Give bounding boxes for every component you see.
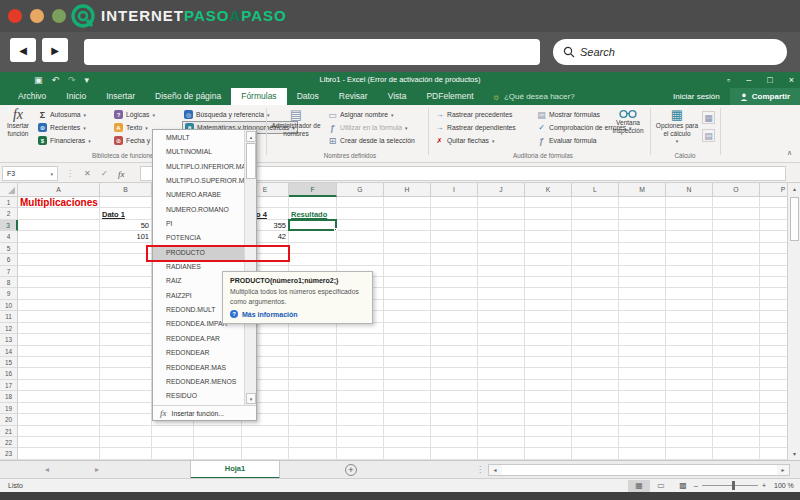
row-header-4[interactable]: 4 [0,231,18,242]
cell-b3[interactable]: 50 [102,220,149,231]
row-header-9[interactable]: 9 [0,288,18,299]
search-field[interactable]: Search [553,39,787,65]
cell-b2[interactable]: Dato 1 [102,208,125,219]
define-name-button[interactable]: ▭Asignar nombre▾ [326,108,417,121]
page-break-view-icon[interactable]: ▩ [672,480,694,492]
ribbon-tab-f-rmulas[interactable]: Fórmulas [231,88,286,105]
function-item-multiplo-inferior-mat[interactable]: MULTIPLO.INFERIOR.MAT [153,160,244,174]
calculation-options-button[interactable]: ▦ Opciones para el cálculo ▾ [654,107,700,145]
row-header-17[interactable]: 17 [0,380,18,391]
scroll-up-icon[interactable]: ▴ [788,183,800,195]
row-header-22[interactable]: 22 [0,437,18,448]
column-header-j[interactable]: J [478,183,525,197]
sheet-prev-icon[interactable]: ◂ [45,461,49,479]
horizontal-scroll-thumb[interactable] [502,465,777,475]
row-header-6[interactable]: 6 [0,254,18,265]
dropdown-scroll-thumb[interactable] [246,143,256,179]
vertical-scrollbar[interactable]: ▴ ▾ [787,183,800,460]
row-header-23[interactable]: 23 [0,448,18,459]
sheet-next-icon[interactable]: ▸ [95,461,99,479]
function-item-numero-romano[interactable]: NUMERO.ROMANO [153,203,244,217]
function-item-redondea-par[interactable]: REDONDEA.PAR [153,332,244,346]
column-header-i[interactable]: I [431,183,478,197]
row-header-16[interactable]: 16 [0,368,18,379]
recent-functions-button[interactable]: ⊙Recientes▾ [36,121,93,134]
cell-a1[interactable]: Multiplicaciones [20,197,98,208]
selected-cell-f3[interactable] [288,219,337,231]
collapse-ribbon-icon[interactable]: ∧ [787,149,792,157]
name-manager-button[interactable]: ▤ Administrador de nombres [270,107,322,138]
calculate-sheet-button[interactable]: ▤ [702,129,715,142]
row-header-7[interactable]: 7 [0,266,18,277]
select-all-corner[interactable] [0,183,18,197]
column-header-n[interactable]: N [666,183,713,197]
function-item-pi[interactable]: PI [153,217,244,231]
row-header-5[interactable]: 5 [0,243,18,254]
trace-dependents-button[interactable]: →Rastrear dependientes [433,121,518,134]
forward-button[interactable]: ▶ [42,38,68,62]
ribbon-tab-pdfelement[interactable]: PDFelement [416,88,483,105]
function-item-residuo[interactable]: RESIDUO [153,389,244,403]
column-header-h[interactable]: H [384,183,431,197]
enter-icon[interactable]: ✓ [101,166,108,181]
normal-view-icon[interactable]: ▦ [628,480,650,492]
ribbon-tab-inicio[interactable]: Inicio [56,88,96,105]
cancel-icon[interactable]: ✕ [84,166,91,181]
cell-b4[interactable]: 101 [102,231,149,242]
window-dot-minimize-icon[interactable] [30,9,44,23]
ribbon-tab-dise-o-de-p-gina[interactable]: Diseño de página [145,88,231,105]
row-header-14[interactable]: 14 [0,346,18,357]
insert-function-button[interactable]: fx Insertar función [2,107,34,138]
create-from-selection-button[interactable]: ⊞Crear desde la selección [326,134,417,147]
restore-icon[interactable]: □ [767,75,772,85]
ribbon-display-options-icon[interactable]: ▫ [727,75,730,85]
zoom-slider[interactable] [702,485,758,486]
vertical-scroll-thumb[interactable] [790,197,799,241]
scroll-right-icon[interactable]: ▸ [777,465,789,475]
row-header-11[interactable]: 11 [0,311,18,322]
row-header-12[interactable]: 12 [0,323,18,334]
sign-in-button[interactable]: Iniciar sesión [663,92,730,101]
function-item-mmult[interactable]: MMULT [153,131,244,145]
ribbon-tab-insertar[interactable]: Insertar [96,88,145,105]
insert-function-fx-icon[interactable]: fx [118,166,125,181]
row-header-3[interactable]: 3 [0,220,18,231]
logical-button[interactable]: ?Lógicas▾ [112,108,173,121]
function-item-multiplo-superior-mat[interactable]: MULTIPLO.SUPERIOR.MAT [153,174,244,188]
column-header-a[interactable]: A [18,183,100,197]
window-dot-close-icon[interactable] [8,9,22,23]
more-info-link[interactable]: Más información [242,311,298,318]
sheet-tab-hoja1[interactable]: Hoja1 [190,461,280,479]
scroll-down-icon[interactable]: ▾ [246,393,256,404]
remove-arrows-button[interactable]: ✗Quitar flechas▾ [433,134,518,147]
zoom-out-icon[interactable]: – [694,482,698,489]
ribbon-tab-vista[interactable]: Vista [378,88,417,105]
row-header-1[interactable]: 1 [0,197,18,208]
autosum-button[interactable]: ΣAutosuma▾ [36,108,93,121]
horizontal-scrollbar[interactable]: ◂ ▸ [488,464,790,476]
scroll-up-icon[interactable]: ▴ [246,131,256,142]
row-header-8[interactable]: 8 [0,277,18,288]
fill-handle[interactable] [334,228,337,231]
use-in-formula-button[interactable]: ƒUtilizar en la fórmula▾ [326,121,417,134]
function-item-redondear[interactable]: REDONDEAR [153,346,244,360]
zoom-slider-thumb[interactable] [732,481,735,490]
add-sheet-icon[interactable]: + [345,464,357,476]
function-item-numero-arabe[interactable]: NUMERO.ARABE [153,188,244,202]
row-header-2[interactable]: 2 [0,208,18,219]
row-header-18[interactable]: 18 [0,391,18,402]
insert-function-menu-item[interactable]: fx Insertar función... [153,405,256,420]
calculate-now-button[interactable]: ▦ [702,111,715,124]
row-header-19[interactable]: 19 [0,403,18,414]
column-header-o[interactable]: O [713,183,760,197]
ribbon-tab-archivo[interactable]: Archivo [8,88,56,105]
function-item-redondear-mas[interactable]: REDONDEAR.MAS [153,361,244,375]
column-header-p[interactable]: P [760,183,787,197]
trace-precedents-button[interactable]: →Rastrear precedentes [433,108,518,121]
name-box[interactable]: F3 ▾ [2,166,58,181]
scroll-left-icon[interactable]: ◂ [489,465,501,475]
row-header-10[interactable]: 10 [0,300,18,311]
watch-window-button[interactable]: Ventana Inspección [608,107,648,135]
tell-me-box[interactable]: ☼ ¿Qué desea hacer? [484,88,583,105]
page-layout-view-icon[interactable]: ▭ [650,480,672,492]
